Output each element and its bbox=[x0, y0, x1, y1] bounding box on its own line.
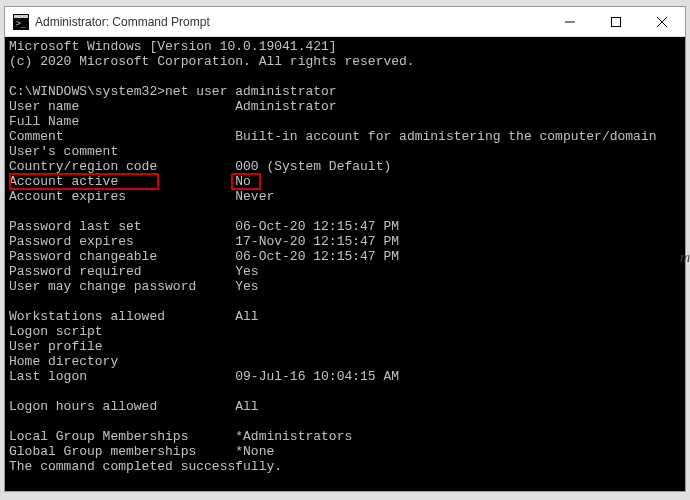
row-home-dir: Home directory bbox=[9, 354, 235, 369]
cmd-icon: >_ bbox=[13, 14, 29, 30]
window-title: Administrator: Command Prompt bbox=[35, 15, 547, 29]
row-account-active: Account active No bbox=[9, 174, 251, 189]
row-workstations: Workstations allowed All bbox=[9, 309, 259, 324]
row-account-expires: Account expires Never bbox=[9, 189, 274, 204]
row-pwd-changeable: Password changeable ‎06-‎Oct-‎20 12:15:4… bbox=[9, 249, 399, 264]
command-text: net user administrator bbox=[165, 84, 337, 99]
page-annotation: m bbox=[680, 250, 690, 266]
prompt-path: C:\WINDOWS\system32> bbox=[9, 84, 165, 99]
row-comment: Comment Built-in account for administeri… bbox=[9, 129, 657, 144]
row-country-code: Country/region code 000 (System Default) bbox=[9, 159, 391, 174]
svg-rect-4 bbox=[612, 17, 621, 26]
row-users-comment: User's comment bbox=[9, 144, 235, 159]
completion-message: The command completed successfully. bbox=[9, 459, 282, 474]
row-pwd-user-change: User may change password Yes bbox=[9, 279, 259, 294]
maximize-button[interactable] bbox=[593, 7, 639, 36]
row-local-groups: Local Group Memberships *Administrators bbox=[9, 429, 352, 444]
terminal-output[interactable]: Microsoft Windows [Version 10.0.19041.42… bbox=[5, 37, 685, 491]
row-global-groups: Global Group memberships *None bbox=[9, 444, 274, 459]
titlebar[interactable]: >_ Administrator: Command Prompt bbox=[5, 7, 685, 37]
row-pwd-last-set: Password last set ‎06-‎Oct-‎20 12:15:47 … bbox=[9, 219, 399, 234]
row-user-name: User name Administrator bbox=[9, 99, 337, 114]
row-logon-hours: Logon hours allowed All bbox=[9, 399, 259, 414]
row-pwd-required: Password required Yes bbox=[9, 264, 259, 279]
row-last-logon: Last logon ‎09-‎Jul-‎16 10:04:15 AM bbox=[9, 369, 399, 384]
os-version-line: Microsoft Windows [Version 10.0.19041.42… bbox=[9, 39, 337, 54]
row-logon-script: Logon script bbox=[9, 324, 235, 339]
svg-text:>_: >_ bbox=[16, 19, 26, 28]
command-prompt-window: >_ Administrator: Command Prompt Microso… bbox=[4, 6, 686, 492]
row-full-name: Full Name bbox=[9, 114, 235, 129]
row-user-profile: User profile bbox=[9, 339, 235, 354]
minimize-button[interactable] bbox=[547, 7, 593, 36]
row-pwd-expires: Password expires ‎17-‎Nov-‎20 12:15:47 P… bbox=[9, 234, 399, 249]
svg-rect-1 bbox=[14, 15, 28, 18]
copyright-line: (c) 2020 Microsoft Corporation. All righ… bbox=[9, 54, 415, 69]
close-button[interactable] bbox=[639, 7, 685, 36]
